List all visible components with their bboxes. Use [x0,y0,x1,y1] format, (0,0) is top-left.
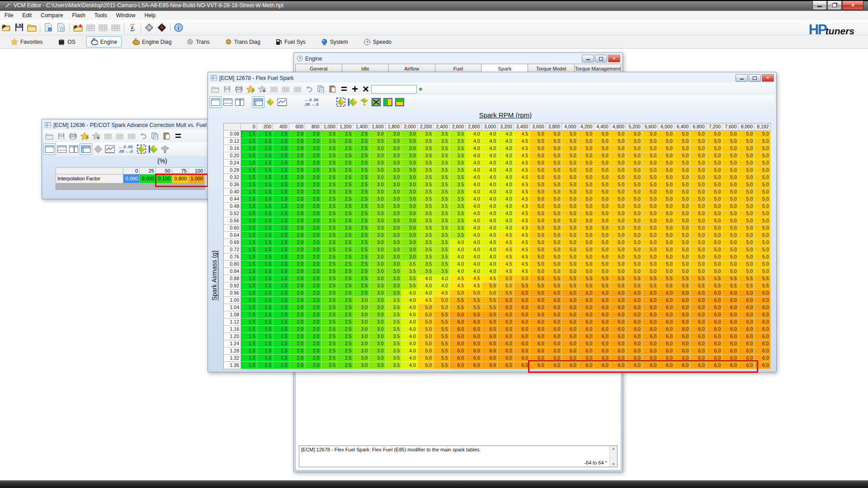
paste-icon[interactable] [161,131,173,141]
spark-cell[interactable]: 3.0 [369,326,386,333]
spark-cell[interactable]: 5.0 [707,239,723,246]
spark-cell[interactable]: 5.0 [739,203,755,210]
spark-cell[interactable]: 3.0 [354,297,370,304]
spark-cell[interactable]: 5.0 [594,253,610,261]
spark-cell[interactable]: 6.0 [658,340,675,347]
spark-cell[interactable]: 5.5 [675,275,691,282]
spark-cell[interactable]: 1.5 [241,188,257,196]
spark-cell[interactable]: 1.5 [257,203,274,210]
spark-cell[interactable]: 6.0 [690,333,707,340]
spark-cell[interactable]: 4.0 [401,319,418,326]
spark-cell[interactable]: 1.5 [257,253,274,261]
spark-cell[interactable]: 6.0 [578,333,594,340]
spark-cell[interactable]: 3.0 [369,246,386,253]
spark-cell[interactable]: 2.0 [289,326,306,333]
paste-icon[interactable] [327,84,339,94]
spark-cell[interactable]: 2.5 [337,167,354,174]
spark-cell[interactable]: 3.5 [450,217,466,225]
spark-cell[interactable]: 3.0 [354,347,370,355]
spark-cell[interactable]: 6.0 [722,355,739,362]
spark-cell[interactable]: 2.5 [337,152,354,160]
spark-cell[interactable]: 5.0 [690,174,707,181]
spark-cell[interactable]: 5.0 [675,167,691,174]
spark-cell[interactable]: 3.5 [418,239,434,246]
spark-cell[interactable]: 4.0 [450,253,466,261]
spark-cell[interactable]: 5.5 [755,275,771,282]
spark-cell[interactable]: 6.0 [626,311,642,319]
spark-cell[interactable]: 6.0 [610,297,627,304]
decimal-buttons[interactable]: ←.0 .00 .00 →.0 [302,98,321,107]
spark-cell[interactable]: 3.5 [434,131,450,138]
spark-cell[interactable]: 1.5 [241,347,257,355]
spark-cell[interactable]: 2.5 [354,210,370,217]
spark-cell[interactable]: 5.0 [546,246,562,253]
spark-cell[interactable]: 6.0 [578,319,594,326]
spark-cell[interactable]: 5.0 [610,131,627,138]
spark-cell[interactable]: 2.5 [337,268,354,275]
spark-cell[interactable]: 5.0 [755,225,771,232]
spark-cell[interactable]: 2.0 [305,196,321,203]
spark-cell[interactable]: 6.0 [562,319,578,326]
spark-cell[interactable]: 1.5 [241,362,257,369]
spark-cell[interactable]: 3.5 [401,261,418,268]
spark-cell[interactable]: 6.0 [562,340,578,347]
spark-cell[interactable]: 5.0 [722,174,739,181]
spark-cell[interactable]: 4.0 [466,167,482,174]
spark-cell[interactable]: 5.0 [658,131,675,138]
spark-cell[interactable]: 2.5 [321,290,338,297]
spark-cell[interactable]: 5.0 [530,239,546,246]
spark-cell[interactable]: 5.0 [562,217,578,225]
spark-cell[interactable]: 3.0 [369,261,386,268]
spark-cell[interactable]: 5.0 [418,355,434,362]
spark-cell[interactable]: 5.0 [722,239,739,246]
spark-cell[interactable]: 5.5 [514,282,530,290]
spark-cell[interactable]: 5.0 [690,160,707,167]
spark-cell[interactable]: 6.0 [482,340,498,347]
spark-cell[interactable]: 5.0 [434,304,450,311]
spark-cell[interactable]: 5.0 [530,246,546,253]
spark-minimize-button[interactable] [736,74,748,82]
tab-engine[interactable]: Engine [86,36,122,47]
spark-cell[interactable]: 5.0 [594,239,610,246]
spark-cell[interactable]: 3.0 [369,319,386,326]
spark-cell[interactable]: 3.0 [401,203,418,210]
spark-cell[interactable]: 3.5 [386,297,402,304]
spark-cell[interactable]: 3.0 [369,362,386,369]
spark-cell[interactable]: 2.5 [321,138,338,145]
spark-cell[interactable]: 6.0 [482,311,498,319]
spark-cell[interactable]: 5.0 [610,152,627,160]
spark-cell[interactable]: 5.0 [675,225,691,232]
spark-cell[interactable]: 6.0 [755,290,771,297]
spark-cell[interactable]: 5.0 [530,131,546,138]
spark-cell[interactable]: 4.0 [482,253,498,261]
spark-cell[interactable]: 1.5 [273,210,289,217]
spark-cell[interactable]: 4.0 [466,253,482,261]
spark-cell[interactable]: 3.0 [386,167,402,174]
spark-cell[interactable]: 5.0 [578,225,594,232]
spark-cell[interactable]: 6.0 [498,319,514,326]
spark-cell[interactable]: 6.0 [739,326,755,333]
spark-cell[interactable]: 5.5 [707,275,723,282]
spark-cell[interactable]: 5.0 [578,181,594,188]
spark-cell[interactable]: 2.0 [289,246,306,253]
spark-cell[interactable]: 3.5 [450,196,466,203]
spark-cell[interactable]: 5.0 [530,145,546,152]
spark-cell[interactable]: 6.0 [578,290,594,297]
spark-cell[interactable]: 5.0 [642,268,659,275]
spark-cell[interactable]: 6.0 [626,297,642,304]
spark-cell[interactable]: 2.0 [305,160,321,167]
spark-cell[interactable]: 5.0 [530,203,546,210]
spark-cell[interactable]: 6.0 [530,355,546,362]
spark-cell[interactable]: 5.0 [418,304,434,311]
spark-cell[interactable]: 3.0 [401,145,418,152]
spark-cell[interactable]: 5.0 [642,196,659,203]
spark-cell[interactable]: 5.0 [546,210,562,217]
spark-cell[interactable]: 6.0 [450,326,466,333]
pecot-window-titlebar[interactable]: [ECM] 12636 - PE/COT Spark Advance Corre… [43,121,207,130]
spark-cell[interactable]: 4.5 [514,268,530,275]
spark-cell[interactable]: 5.0 [562,239,578,246]
spark-cell[interactable]: 6.0 [690,311,707,319]
spark-cell[interactable]: 3.5 [418,160,434,167]
spark-cell[interactable]: 1.5 [257,326,274,333]
spark-cell[interactable]: 6.0 [594,340,610,347]
